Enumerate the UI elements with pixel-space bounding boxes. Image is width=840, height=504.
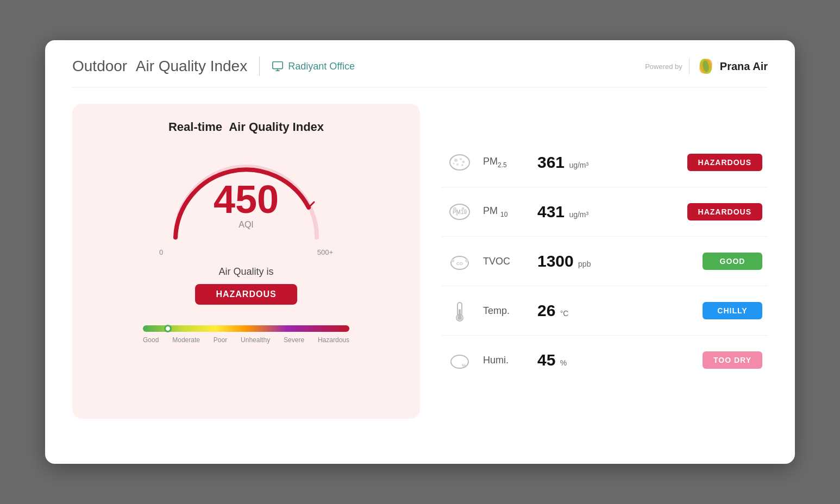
- realtime-title: Real-time Air Quality Index: [168, 120, 324, 134]
- metric-row-tvoc: CO TVOC 1300 ppb GOOD: [442, 237, 768, 286]
- svg-point-7: [450, 155, 469, 170]
- scale-labels: Good Moderate Poor Unhealthy Severe Haza…: [143, 336, 349, 344]
- scale-dot: [164, 325, 172, 332]
- tvoc-badge: GOOD: [703, 253, 762, 270]
- pm10-icon: PM10: [447, 199, 472, 224]
- tvoc-value: 1300 ppb: [537, 252, 619, 270]
- temp-badge: CHILLY: [703, 302, 762, 319]
- humi-badge: TOO DRY: [703, 351, 762, 369]
- left-panel: Real-time Air Quality Index 450 AQI: [72, 104, 420, 419]
- svg-point-13: [453, 163, 455, 165]
- brand-name: Prana Air: [720, 60, 768, 73]
- svg-point-19: [456, 213, 458, 216]
- svg-point-16: [453, 207, 457, 211]
- svg-point-22: [451, 259, 454, 262]
- svg-text:CO: CO: [456, 261, 463, 266]
- scale-label-unhealthy: Unhealthy: [241, 336, 270, 344]
- header: Outdoor Air Quality Index Radiyant Offic…: [72, 56, 768, 87]
- temp-name: Temp.: [483, 305, 526, 317]
- aqi-number: 450: [214, 180, 279, 219]
- scale-label-hazardous: Hazardous: [318, 336, 349, 344]
- tvoc-icon: CO: [447, 249, 472, 274]
- header-right-divider: [689, 58, 689, 74]
- svg-point-8: [454, 159, 457, 162]
- pm25-badge: HAZARDOUS: [687, 154, 762, 171]
- air-quality-status-badge: HAZARDOUS: [195, 284, 297, 305]
- svg-text:%: %: [462, 363, 466, 368]
- svg-point-18: [464, 211, 466, 213]
- brand-logo: Prana Air: [696, 56, 768, 76]
- gauge-container: 450 AQI: [154, 145, 338, 254]
- page-title: Outdoor Air Quality Index: [72, 58, 247, 75]
- metric-row-pm25: PM2.5 361 ug/m³ HAZARDOUS: [442, 138, 768, 187]
- pm25-icon: [447, 150, 472, 175]
- svg-point-23: [465, 259, 468, 262]
- svg-point-12: [461, 164, 463, 166]
- powered-by-text: Powered by: [645, 62, 682, 71]
- scale-label-severe: Severe: [284, 336, 304, 344]
- pm10-name: PM 10: [483, 205, 526, 218]
- title-bold: Outdoor: [72, 58, 127, 74]
- humi-name: Humi.: [483, 355, 526, 366]
- gauge-value: 450 AQI: [214, 180, 279, 230]
- svg-point-11: [456, 163, 459, 166]
- svg-rect-0: [273, 62, 283, 69]
- scale-label-poor: Poor: [214, 336, 227, 344]
- title-light: Air Quality Index: [136, 58, 247, 74]
- header-divider: [259, 56, 260, 76]
- humi-value: 45 %: [537, 351, 619, 369]
- scale-bar-container: Good Moderate Poor Unhealthy Severe Haza…: [89, 325, 404, 344]
- svg-point-27: [457, 316, 462, 320]
- scale-bar: [143, 325, 349, 332]
- monitor-icon: [272, 60, 284, 72]
- metric-row-pm10: PM10 PM 10 431 ug/m³ HAZARDOUS: [442, 187, 768, 237]
- metric-row-humi: % Humi. 45 % TOO DRY: [442, 336, 768, 385]
- scale-label-good: Good: [143, 336, 159, 344]
- temp-icon: [447, 298, 472, 323]
- pm25-name: PM2.5: [483, 156, 526, 169]
- scale-label-moderate: Moderate: [172, 336, 200, 344]
- humi-icon: %: [447, 348, 472, 373]
- pm25-value: 361 ug/m³: [537, 153, 619, 172]
- header-location: Radiyant Office: [272, 60, 355, 72]
- realtime-light: Air Quality Index: [229, 120, 324, 134]
- svg-point-9: [460, 158, 462, 160]
- air-quality-label: Air Quality is: [218, 266, 273, 278]
- pm10-value: 431 ug/m³: [537, 203, 619, 221]
- tvoc-name: TVOC: [483, 256, 526, 267]
- aqi-label: AQI: [239, 220, 254, 230]
- location-label: Radiyant Office: [288, 61, 355, 72]
- temp-value: 26 °C: [537, 301, 619, 320]
- main-content: Real-time Air Quality Index 450 AQI: [72, 104, 768, 419]
- header-right: Powered by Prana Air: [645, 56, 768, 76]
- pm10-badge: HAZARDOUS: [687, 203, 762, 220]
- svg-point-17: [462, 207, 465, 210]
- svg-point-10: [462, 161, 465, 163]
- prana-leaf-icon: [696, 56, 716, 76]
- screen: Outdoor Air Quality Index Radiyant Offic…: [45, 40, 795, 464]
- metric-row-temp: Temp. 26 °C CHILLY: [442, 286, 768, 336]
- svg-rect-25: [459, 309, 461, 317]
- right-panel: PM2.5 361 ug/m³ HAZARDOUS PM10 PM 10: [442, 104, 768, 419]
- realtime-bold: Real-time: [168, 120, 222, 134]
